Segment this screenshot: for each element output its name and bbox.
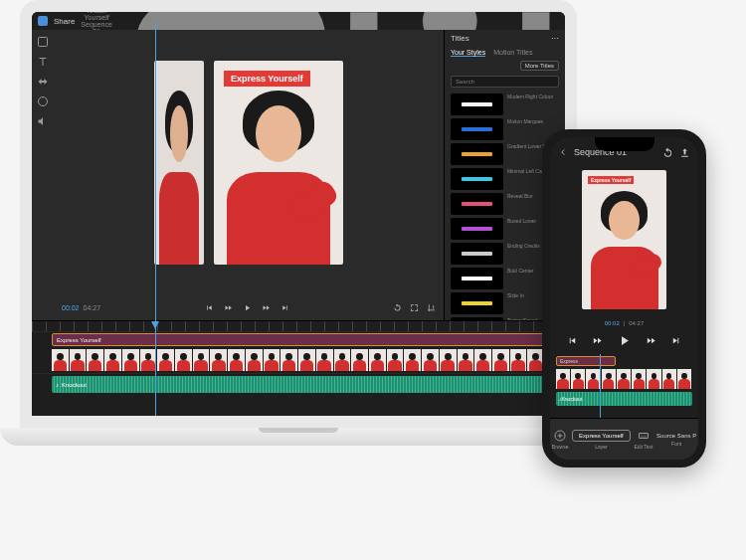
phone-go-start-icon[interactable] xyxy=(567,335,578,346)
timeline-thumbnail[interactable] xyxy=(647,369,660,389)
timeline-thumbnail[interactable] xyxy=(510,349,527,371)
preview-monitor: Express Yourself xyxy=(54,30,444,294)
color-icon[interactable] xyxy=(37,95,49,107)
panel-title: Titles xyxy=(451,34,469,43)
timeline-thumbnail[interactable] xyxy=(571,369,585,389)
timeline-thumbnail[interactable] xyxy=(369,349,386,371)
undo-icon[interactable] xyxy=(662,147,673,158)
title-preset[interactable] xyxy=(451,292,503,314)
svg-rect-4 xyxy=(639,433,648,438)
title-overlay: Express Yourself xyxy=(224,71,310,87)
title-preset[interactable] xyxy=(451,317,503,320)
play-icon[interactable] xyxy=(243,303,252,312)
timeline-thumbnail[interactable] xyxy=(677,369,691,389)
timeline-thumbnail[interactable] xyxy=(175,349,192,371)
title-track[interactable]: Express Yourself xyxy=(32,331,565,347)
timeline-thumbnail[interactable] xyxy=(104,349,121,371)
timeline-thumbnail[interactable] xyxy=(228,349,245,371)
titles-tool-icon[interactable] xyxy=(37,56,49,68)
timeline[interactable]: Express Yourself ♪ Knockout xyxy=(32,320,565,416)
title-preset[interactable] xyxy=(451,118,503,140)
title-preset[interactable] xyxy=(451,193,503,215)
share-link[interactable]: Share xyxy=(54,17,75,26)
phone-step-back-icon[interactable] xyxy=(592,335,603,346)
titles-search-input[interactable] xyxy=(451,76,559,88)
phone-playhead[interactable] xyxy=(600,354,601,418)
title-preset[interactable] xyxy=(451,143,503,165)
media-icon[interactable] xyxy=(37,36,49,48)
crop-icon[interactable] xyxy=(427,303,436,312)
svg-rect-1 xyxy=(39,38,48,47)
go-end-icon[interactable] xyxy=(280,303,289,312)
timeline-thumbnail[interactable] xyxy=(140,349,157,371)
phone-play-icon[interactable] xyxy=(617,333,632,348)
timeline-thumbnail[interactable] xyxy=(52,349,69,371)
timeline-thumbnail[interactable] xyxy=(474,349,491,371)
more-titles-button[interactable]: More Titles xyxy=(520,61,559,71)
audio-clip[interactable]: ♪ Knockout xyxy=(52,376,557,393)
audio-icon[interactable] xyxy=(37,115,49,127)
timeline-thumbnail[interactable] xyxy=(70,349,87,371)
video-editor-app: Share Knack Yourself Sequence 01 xyxy=(32,12,565,416)
timeline-thumbnail[interactable] xyxy=(334,349,351,371)
timeline-thumbnail[interactable] xyxy=(458,349,474,371)
timeline-thumbnail[interactable] xyxy=(586,369,600,389)
timeline-thumbnail[interactable] xyxy=(404,349,421,371)
title-preset[interactable] xyxy=(451,218,503,240)
timeline-thumbnail[interactable] xyxy=(440,349,457,371)
tab-browse[interactable]: Browse xyxy=(552,430,569,450)
timeline-thumbnail[interactable] xyxy=(387,349,404,371)
timeline-thumbnail[interactable] xyxy=(602,369,616,389)
fullscreen-icon[interactable] xyxy=(410,303,419,312)
back-icon[interactable] xyxy=(558,147,568,157)
tab-your-styles[interactable]: Your Styles xyxy=(451,49,485,57)
timeline-ruler[interactable] xyxy=(32,321,565,331)
phone-video-track[interactable] xyxy=(550,368,698,390)
title-preset[interactable] xyxy=(451,243,503,265)
timeline-thumbnail[interactable] xyxy=(662,369,676,389)
export-icon[interactable] xyxy=(679,147,690,158)
tab-layer[interactable]: Express Yourself Layer xyxy=(572,430,631,450)
loop-icon[interactable] xyxy=(393,303,402,312)
timeline-thumbnail[interactable] xyxy=(422,349,439,371)
timecode-total: 04:27 xyxy=(84,304,101,311)
timeline-thumbnail[interactable] xyxy=(617,369,631,389)
timeline-thumbnail[interactable] xyxy=(298,349,315,371)
tab-motion-titles[interactable]: Motion Titles xyxy=(493,49,532,57)
go-start-icon[interactable] xyxy=(205,303,214,312)
tab-font[interactable]: Source Sans P Font xyxy=(656,433,696,447)
phone-go-end-icon[interactable] xyxy=(670,335,681,346)
timeline-thumbnail[interactable] xyxy=(87,349,103,371)
video-track[interactable] xyxy=(32,347,565,373)
transitions-icon[interactable] xyxy=(37,76,49,88)
timeline-thumbnail[interactable] xyxy=(316,349,333,371)
step-back-icon[interactable] xyxy=(224,303,233,312)
timeline-thumbnail[interactable] xyxy=(157,349,174,371)
timeline-thumbnail[interactable] xyxy=(264,349,280,371)
timeline-thumbnail[interactable] xyxy=(210,349,227,371)
title-preset[interactable] xyxy=(451,93,503,115)
timeline-thumbnail[interactable] xyxy=(632,369,646,389)
font-value: Source Sans P xyxy=(656,433,696,439)
title-preset[interactable] xyxy=(451,268,503,289)
phone-timeline[interactable]: Express ♪ Knockout xyxy=(550,354,698,418)
timeline-thumbnail[interactable] xyxy=(280,349,297,371)
tab-edit-text[interactable]: Edit Text xyxy=(634,430,653,450)
title-clip[interactable]: Express Yourself xyxy=(52,333,557,346)
timeline-thumbnail[interactable] xyxy=(122,349,139,371)
panel-menu-icon[interactable]: ⋯ xyxy=(551,34,559,43)
audio-track[interactable]: ♪ Knockout xyxy=(32,373,565,395)
timeline-thumbnail[interactable] xyxy=(193,349,210,371)
title-preset[interactable] xyxy=(451,168,503,190)
phone-step-fwd-icon[interactable] xyxy=(646,335,656,346)
phone-transport xyxy=(550,326,698,354)
phone-audio-clip[interactable]: ♪ Knockout xyxy=(556,392,692,406)
timeline-thumbnail[interactable] xyxy=(351,349,368,371)
phone-title-clip[interactable]: Express xyxy=(556,356,616,366)
step-fwd-icon[interactable] xyxy=(262,303,271,312)
playhead-line[interactable] xyxy=(155,22,156,416)
timeline-thumbnail[interactable] xyxy=(246,349,263,371)
timeline-thumbnail[interactable] xyxy=(556,369,570,389)
timeline-thumbnail[interactable] xyxy=(492,349,509,371)
home-icon[interactable] xyxy=(38,16,48,26)
